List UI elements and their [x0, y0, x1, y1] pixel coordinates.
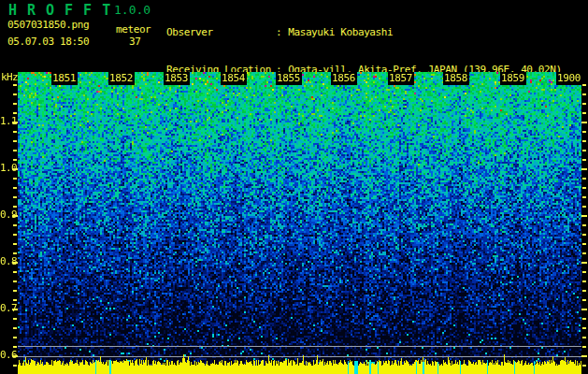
axis-tick [13, 299, 17, 301]
axis-tick [581, 168, 587, 170]
time-axis-label: 1900 [556, 72, 582, 85]
axis-tick [581, 262, 587, 264]
axis-tick [582, 206, 586, 208]
axis-tick [582, 243, 586, 245]
axis-tick [582, 290, 586, 292]
app-title: HROFFT [8, 2, 121, 19]
axis-tick [581, 215, 587, 217]
axis-tick [13, 196, 17, 198]
axis-tick [582, 196, 586, 198]
axis-tick [13, 243, 17, 245]
echo-count: 37 [129, 36, 140, 48]
axis-tick [582, 131, 586, 133]
axis-tick [582, 84, 586, 86]
axis-tick [582, 365, 586, 367]
time-axis-label: 1851 [51, 72, 78, 85]
freq-axis-unit: kHz [1, 71, 18, 83]
info-row-observer: Observer:Masayuki Kobayashi [166, 26, 562, 39]
time-axis-label: 1854 [221, 72, 247, 85]
info-label: Observer [166, 26, 276, 39]
axis-tick [582, 103, 586, 105]
axis-tick [582, 318, 586, 320]
time-axis-label: 1859 [500, 72, 526, 85]
axis-tick [13, 337, 17, 338]
axis-tick [13, 131, 17, 133]
spectrogram-canvas [18, 72, 581, 374]
time-axis-label: 1858 [443, 72, 469, 85]
axis-tick [13, 103, 17, 105]
time-axis-label: 1857 [388, 72, 414, 85]
axis-tick [13, 140, 17, 142]
axis-tick [13, 290, 17, 292]
axis-tick [582, 299, 586, 301]
axis-tick [12, 122, 18, 123]
axis-tick [13, 271, 17, 273]
axis-tick [581, 122, 587, 123]
axis-tick [12, 262, 18, 264]
axis-tick [582, 327, 586, 329]
axis-tick [12, 168, 18, 170]
info-value: Masayuki Kobayashi [288, 26, 393, 39]
axis-tick [582, 224, 586, 226]
axis-tick [13, 94, 17, 95]
axis-tick [582, 337, 586, 338]
axis-tick [13, 178, 17, 180]
axis-tick [12, 309, 18, 310]
freq-axis-label: 0.9 [0, 209, 12, 221]
output-filename: 0507031850.png [7, 19, 89, 31]
axis-tick [582, 112, 586, 114]
info-separator: : [276, 26, 281, 39]
axis-tick [13, 224, 17, 226]
axis-tick [13, 365, 17, 367]
freq-axis-label: 1.1 [0, 116, 12, 127]
axis-tick [581, 309, 587, 310]
observation-mode: meteor [116, 23, 151, 36]
time-axis-label: 1855 [276, 72, 302, 85]
axis-tick [13, 187, 17, 189]
axis-tick [13, 84, 17, 86]
axis-tick [582, 187, 586, 189]
time-axis-label: 1852 [108, 72, 135, 85]
axis-tick [13, 159, 17, 161]
axis-tick [582, 234, 586, 236]
axis-tick [13, 280, 17, 282]
app-version: 1.0.0 [114, 3, 151, 17]
axis-tick [582, 280, 586, 282]
axis-tick [582, 346, 586, 348]
freq-axis-label: 0.7 [0, 303, 12, 314]
freq-axis-label: 0.6 [0, 350, 12, 361]
axis-tick [581, 355, 587, 357]
axis-tick [582, 150, 586, 151]
observation-datetime: 05.07.03 18:50 [7, 36, 89, 48]
freq-axis-label: 1.0 [0, 163, 12, 174]
axis-tick [582, 159, 586, 161]
axis-tick [13, 206, 17, 208]
hrofft-screen: HROFFT 1.0.0 0507031850.png meteor 05.07… [0, 0, 588, 374]
axis-tick [13, 318, 17, 320]
time-axis-label: 1856 [331, 72, 357, 85]
axis-tick [12, 355, 18, 357]
time-axis-label: 1853 [164, 72, 190, 85]
axis-tick [582, 178, 586, 180]
axis-tick [13, 327, 17, 329]
freq-axis-label: 0.8 [0, 256, 12, 267]
axis-tick [13, 150, 17, 151]
axis-tick [12, 215, 18, 217]
axis-tick [13, 112, 17, 114]
axis-tick [582, 94, 586, 95]
axis-tick [13, 252, 17, 254]
axis-tick [13, 346, 17, 348]
axis-tick [582, 252, 586, 254]
axis-tick [582, 271, 586, 273]
axis-tick [13, 234, 17, 236]
axis-tick [582, 140, 586, 142]
